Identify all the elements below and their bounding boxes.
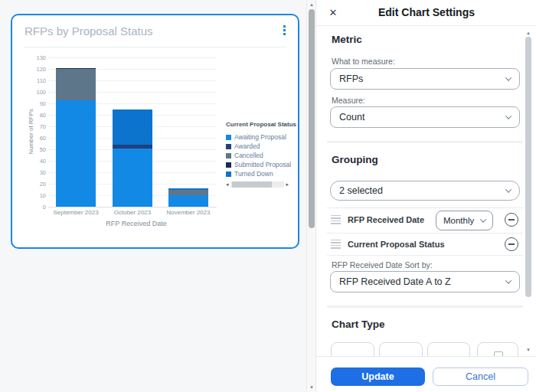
y-axis-tick: 10 [23,192,46,199]
legend-label: Awarded [234,142,260,150]
bar-segment[interactable] [113,149,152,207]
y-axis-title: Number of RFPs [28,109,34,155]
x-axis-tick: September 2023 [49,209,103,216]
sort-by-value: RFP Received Date A to Z [339,276,451,287]
legend-swatch [226,135,231,140]
chevron-down-icon [505,186,511,192]
scroll-down-icon[interactable]: ▼ [525,346,532,354]
grouping-selected-value: 2 selected [339,185,383,196]
chevron-down-icon [480,216,486,222]
legend-item[interactable]: Turned Down [226,169,295,178]
y-axis-tick: 30 [23,169,46,176]
bar-segment[interactable] [168,188,208,190]
bar-segment[interactable] [113,145,152,149]
gridline [48,207,217,207]
legend-item[interactable]: Awaiting Proposal [226,132,295,142]
drag-handle-icon[interactable] [331,240,341,249]
legend-label: Cancelled [234,152,263,159]
chevron-down-icon [505,277,511,283]
x-axis-tick: October 2023 [106,209,159,216]
legend-scrollbar[interactable]: ◂ ▸ [226,181,289,188]
legend-title: Current Proposal Status [226,121,295,128]
section-divider [327,305,523,308]
legend-swatch [226,172,231,177]
panel-scroll-thumb[interactable] [525,37,531,297]
remove-grouping-icon[interactable] [505,213,518,227]
legend-swatch [226,153,231,158]
interval-select[interactable]: Monthly [436,211,493,230]
panel-header: ✕ Edit Chart Settings [316,0,536,26]
chart-card: RFPs by Proposal Status 0102030405060708… [11,14,299,249]
remove-grouping-icon[interactable] [505,237,518,251]
what-to-measure-value: RFPs [339,74,363,84]
bar-segment[interactable] [56,100,96,207]
legend-scroll-track[interactable] [230,181,285,188]
bar-segment[interactable] [113,109,152,145]
grouping-heading: Grouping [332,154,378,165]
what-to-measure-label: What to measure: [332,57,395,66]
y-axis-tick: 110 [23,77,46,84]
row-divider [327,233,523,234]
x-axis-tick: November 2023 [162,209,215,216]
x-axis-title: RFP Received Date [56,220,217,227]
update-button[interactable]: Update [331,368,425,386]
row-divider [327,207,523,208]
scroll-left-icon[interactable]: ◂ [226,181,229,188]
bar-segment[interactable] [168,190,208,196]
measure-label: Measure: [332,96,365,105]
chevron-down-icon [505,74,511,80]
bar-segment[interactable] [56,68,96,70]
chart-legend: Current Proposal Status Awaiting Proposa… [226,121,295,178]
chevron-down-icon [505,113,511,119]
legend-label: Turned Down [234,170,273,178]
panel-title: Edit Chart Settings [316,6,536,18]
gridline [48,57,217,58]
y-axis-tick: 130 [23,54,46,61]
y-axis-tick: 60 [23,135,46,142]
legend-item[interactable]: Awarded [226,142,295,151]
panel-footer: Update Cancel [316,356,536,392]
bar-segment[interactable] [168,195,208,207]
y-axis-tick: 80 [23,112,46,119]
drag-handle-icon[interactable] [331,215,341,224]
y-axis-tick: 100 [23,89,46,96]
y-axis-tick: 40 [23,158,46,165]
sort-by-select[interactable]: RFP Received Date A to Z [330,271,520,292]
measure-value: Count [339,112,364,122]
legend-item[interactable]: Cancelled [226,151,295,160]
scroll-up-icon[interactable]: ▲ [525,29,532,37]
bar-segment[interactable] [56,69,96,100]
interval-value: Monthly [443,216,474,225]
sort-by-label: RFP Received Date Sort by: [332,260,433,270]
y-axis-tick: 50 [23,146,46,153]
legend-label: Submitted Proposal [234,161,291,168]
legend-swatch [226,144,231,149]
section-divider [327,141,523,143]
y-axis-tick: 120 [23,66,46,73]
page-scroll-thumb[interactable] [309,9,315,228]
legend-item[interactable]: Submitted Proposal [226,160,295,169]
chart-type-heading: Chart Type [332,318,385,330]
edit-chart-settings-panel: ✕ Edit Chart Settings Metric What to mea… [315,0,536,392]
what-to-measure-select[interactable]: RFPs [330,68,520,90]
grouping-row-label: RFP Received Date [348,215,424,224]
y-axis-tick: 90 [23,100,46,107]
page-background: RFPs by Proposal Status 0102030405060708… [0,0,306,392]
y-axis-tick: 70 [23,123,46,130]
grouping-row-label: Current Proposal Status [348,240,445,249]
metric-heading: Metric [332,34,362,45]
cancel-button[interactable]: Cancel [433,368,528,386]
y-axis-tick: 20 [23,181,46,188]
measure-select[interactable]: Count [330,106,520,128]
y-axis-tick: 0 [23,204,46,211]
grouping-multiselect[interactable]: 2 selected [330,181,520,201]
row-divider [327,255,523,256]
legend-scroll-thumb[interactable] [232,181,272,188]
legend-swatch [226,162,231,168]
legend-label: Awaiting Proposal [234,133,286,141]
page-scrollbar[interactable]: ▲ ▼ [306,0,315,392]
scroll-right-icon[interactable]: ▸ [286,181,289,188]
